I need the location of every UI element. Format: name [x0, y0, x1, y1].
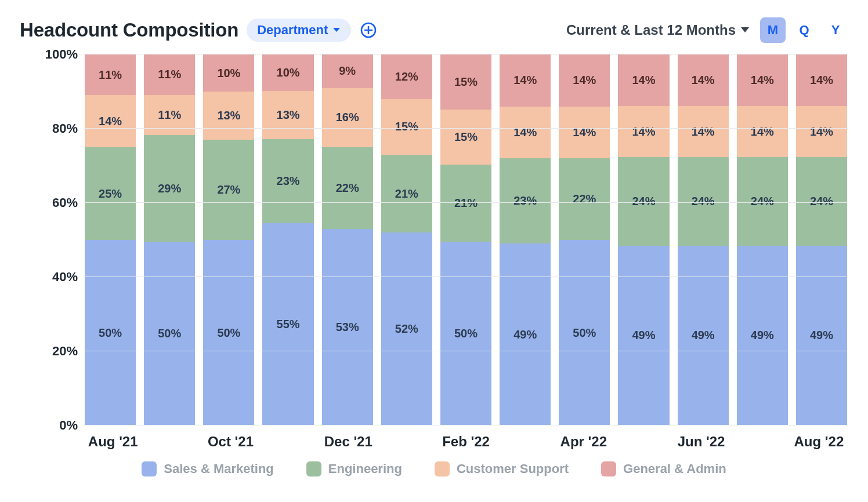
bar-column[interactable]: 15%15%21%50% — [440, 54, 491, 425]
bar-segment-engineering: 24% — [737, 157, 788, 245]
x-tick: Dec '21 — [319, 434, 378, 450]
bar-segment-customer-support: 14% — [618, 106, 669, 158]
bar-segment-sales-marketing: 50% — [440, 242, 491, 425]
page-title: Headcount Composition — [20, 19, 238, 41]
bar-segment-engineering: 21% — [381, 155, 432, 232]
bar-segment-general-admin: 9% — [322, 54, 373, 88]
bar-segment-sales-marketing: 53% — [322, 229, 373, 425]
bar-segment-customer-support: 13% — [203, 92, 254, 140]
y-axis: 0%20%40%60%80%100% — [20, 54, 84, 425]
gridline — [84, 277, 848, 277]
legend-swatch — [306, 461, 321, 476]
y-tick: 80% — [52, 121, 78, 136]
bar-segment-sales-marketing: 49% — [618, 246, 669, 426]
bar-segment-sales-marketing: 49% — [796, 246, 847, 426]
caret-down-icon — [740, 27, 750, 34]
legend-label: Sales & Marketing — [164, 461, 274, 476]
legend-swatch — [142, 461, 157, 476]
granularity-option-m[interactable]: M — [760, 17, 786, 43]
x-tick — [496, 434, 554, 450]
caret-down-icon — [332, 27, 341, 33]
time-range-dropdown[interactable]: Current & Last 12 Months — [566, 22, 750, 38]
legend-item-eng[interactable]: Engineering — [306, 461, 402, 476]
bar-column[interactable]: 14%14%24%49% — [678, 54, 729, 425]
bar-segment-engineering: 25% — [85, 147, 136, 240]
x-tick: Feb '22 — [436, 434, 495, 450]
plus-circle-icon — [360, 22, 377, 38]
bar-segment-engineering: 23% — [262, 139, 313, 224]
legend-item-sales[interactable]: Sales & Marketing — [142, 461, 274, 476]
x-tick — [730, 434, 789, 450]
x-tick — [260, 434, 319, 450]
headcount-chart: 0%20%40%60%80%100% 11%14%25%50%11%11%29%… — [20, 54, 848, 425]
bar-segment-customer-support: 14% — [500, 107, 551, 159]
filter-dropdown-department[interactable]: Department — [247, 19, 351, 42]
x-tick — [142, 434, 201, 450]
bar-segment-sales-marketing: 50% — [144, 242, 195, 425]
x-tick: Oct '21 — [201, 434, 260, 450]
bar-column[interactable]: 11%14%25%50% — [85, 54, 136, 425]
granularity-option-q[interactable]: Q — [791, 17, 817, 43]
legend-item-ga[interactable]: General & Admin — [601, 461, 726, 476]
bar-segment-customer-support: 11% — [144, 95, 195, 136]
bar-segment-sales-marketing: 50% — [85, 240, 136, 425]
bar-segment-sales-marketing: 49% — [737, 246, 788, 426]
bar-segment-customer-support: 14% — [85, 95, 136, 147]
bar-column[interactable]: 14%14%23%49% — [500, 54, 551, 425]
y-tick: 40% — [52, 270, 78, 285]
bar-column[interactable]: 14%14%24%49% — [618, 54, 669, 425]
bars-container: 11%14%25%50%11%11%29%50%10%13%27%50%10%1… — [84, 54, 848, 425]
add-filter-button[interactable] — [359, 21, 378, 39]
bar-segment-sales-marketing: 49% — [678, 246, 729, 426]
bar-segment-general-admin: 14% — [737, 54, 788, 106]
filter-dropdown-label: Department — [257, 23, 328, 38]
legend: Sales & MarketingEngineeringCustomer Sup… — [20, 461, 848, 476]
bar-segment-engineering: 24% — [678, 157, 729, 245]
gridline — [84, 128, 848, 129]
x-tick: Aug '21 — [84, 434, 142, 450]
bar-segment-customer-support: 14% — [737, 106, 788, 158]
bar-column[interactable]: 14%14%22%50% — [559, 54, 610, 425]
x-tick — [378, 434, 436, 450]
granularity-option-y[interactable]: Y — [823, 17, 848, 43]
bar-segment-general-admin: 10% — [203, 54, 254, 92]
bar-column[interactable]: 12%15%21%52% — [381, 54, 432, 425]
bar-segment-customer-support: 14% — [559, 107, 610, 159]
bar-column[interactable]: 10%13%23%55% — [262, 54, 313, 425]
bar-segment-sales-marketing: 49% — [500, 243, 551, 425]
granularity-segmented: MQY — [760, 17, 848, 43]
gridline — [84, 425, 848, 425]
bar-segment-general-admin: 11% — [144, 54, 195, 95]
bar-segment-customer-support: 15% — [440, 110, 491, 165]
bar-column[interactable]: 11%11%29%50% — [144, 54, 195, 425]
bar-segment-general-admin: 14% — [500, 54, 551, 107]
bar-segment-sales-marketing: 55% — [262, 223, 313, 425]
bar-segment-sales-marketing: 50% — [203, 240, 254, 425]
bar-segment-general-admin: 15% — [440, 54, 491, 110]
bar-column[interactable]: 14%14%24%49% — [737, 54, 788, 425]
plot-area: 11%14%25%50%11%11%29%50%10%13%27%50%10%1… — [84, 54, 848, 425]
legend-label: General & Admin — [623, 461, 726, 476]
bar-segment-customer-support: 16% — [322, 88, 373, 147]
bar-column[interactable]: 14%14%24%49% — [796, 54, 847, 425]
bar-segment-general-admin: 14% — [559, 54, 610, 107]
gridline — [84, 54, 848, 54]
gridline — [84, 351, 848, 351]
bar-segment-customer-support: 15% — [381, 99, 432, 155]
bar-segment-engineering: 21% — [440, 165, 491, 242]
bar-column[interactable]: 10%13%27%50% — [203, 54, 254, 425]
legend-swatch — [435, 461, 450, 476]
legend-item-cs[interactable]: Customer Support — [435, 461, 569, 476]
bar-segment-customer-support: 13% — [262, 91, 313, 139]
legend-swatch — [601, 461, 616, 476]
bar-column[interactable]: 9%16%22%53% — [322, 54, 373, 425]
y-tick: 20% — [52, 344, 78, 359]
bar-segment-engineering: 23% — [500, 158, 551, 243]
y-tick: 0% — [59, 418, 78, 433]
bar-segment-general-admin: 14% — [618, 54, 669, 106]
bar-segment-general-admin: 10% — [262, 54, 313, 91]
x-tick: Jun '22 — [672, 434, 730, 450]
legend-label: Customer Support — [457, 461, 569, 476]
bar-segment-general-admin: 14% — [678, 54, 729, 106]
gridline — [84, 202, 848, 203]
